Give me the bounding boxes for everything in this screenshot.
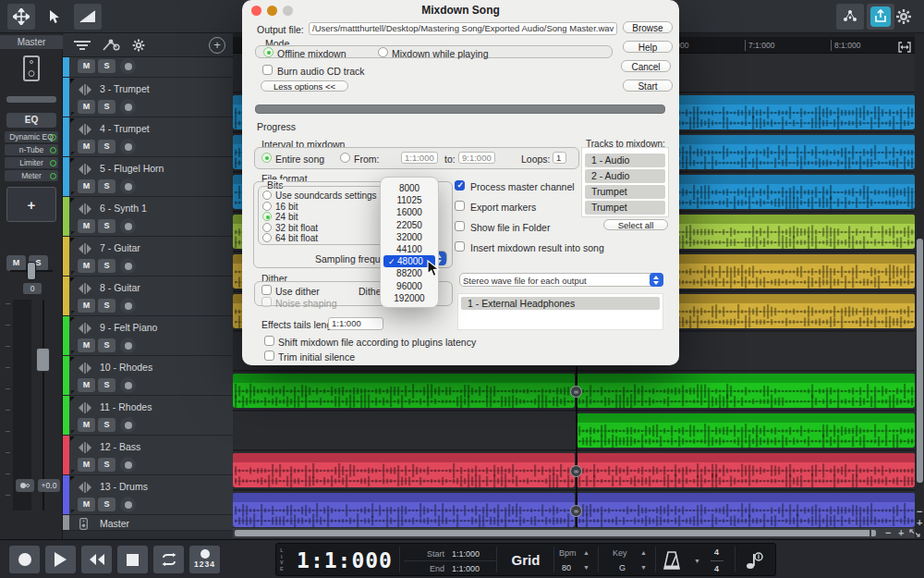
horizontal-scrollbar[interactable]: − + bbox=[233, 528, 915, 538]
checkbox-process-master-channel[interactable] bbox=[455, 180, 465, 191]
audio-clip[interactable] bbox=[577, 493, 915, 527]
mixdown-track-item[interactable]: Trumpet bbox=[585, 185, 665, 199]
audio-clip[interactable] bbox=[577, 413, 915, 448]
sampling-option-8000[interactable]: 8000 bbox=[383, 182, 435, 194]
plugin-slot-n-tube[interactable]: n-Tube bbox=[5, 144, 58, 155]
help-button[interactable]: Help bbox=[623, 41, 673, 53]
track-name[interactable]: 3 - Trumpet bbox=[100, 83, 150, 94]
arm-record-button[interactable] bbox=[120, 298, 136, 314]
settings-gear-button[interactable] bbox=[894, 7, 913, 30]
time-signature-top[interactable]: 4 bbox=[714, 547, 719, 557]
play-button[interactable] bbox=[45, 546, 76, 573]
select-all-button[interactable]: Select all bbox=[603, 219, 668, 230]
track-name[interactable]: 9 - Felt Piano bbox=[100, 322, 157, 333]
loop-button[interactable] bbox=[153, 546, 184, 573]
bpm-value[interactable]: 80 bbox=[562, 563, 571, 572]
plugin-slot-meter[interactable]: Meter bbox=[5, 170, 58, 181]
arm-record-button[interactable] bbox=[120, 497, 136, 512]
to-field[interactable]: 9:1:000 bbox=[458, 152, 495, 164]
solo-button[interactable]: S bbox=[98, 179, 116, 193]
mute-button[interactable]: M bbox=[78, 498, 95, 511]
use-dither-checkbox[interactable] bbox=[261, 285, 272, 295]
lane-11-rhodes[interactable] bbox=[233, 412, 915, 450]
time-signature-bottom[interactable]: 4 bbox=[714, 564, 719, 573]
solo-button[interactable]: S bbox=[98, 100, 116, 114]
from-field[interactable]: 1:1:000 bbox=[401, 152, 438, 164]
vertical-scrollbar[interactable]: − + bbox=[915, 33, 924, 539]
arm-record-button[interactable] bbox=[120, 58, 136, 74]
audio-clip[interactable] bbox=[233, 453, 575, 487]
master-gain-value[interactable]: +0.0 bbox=[38, 479, 60, 492]
add-plugin-button[interactable]: + bbox=[6, 187, 56, 222]
mute-button[interactable]: M bbox=[78, 100, 95, 114]
bpm-up-button[interactable]: ▲ bbox=[583, 549, 590, 556]
tracks-to-mixdown-list[interactable]: 1 - Audio2 - AudioTrumpetTrumpet bbox=[581, 147, 669, 217]
bpm-down-button[interactable]: ▼ bbox=[583, 564, 590, 571]
plugin-power-icon[interactable] bbox=[50, 147, 56, 154]
arm-record-button[interactable] bbox=[120, 218, 136, 234]
mute-button[interactable]: M bbox=[78, 140, 95, 154]
audio-clip[interactable] bbox=[233, 493, 575, 527]
loops-field[interactable]: 1 bbox=[553, 152, 566, 164]
close-window-button[interactable] bbox=[251, 6, 261, 16]
metronome-icon[interactable] bbox=[661, 550, 683, 571]
sampling-option-22050[interactable]: 22050 bbox=[383, 219, 435, 231]
plugin-slot-limiter[interactable]: Limiter bbox=[5, 157, 58, 168]
solo-button[interactable]: S bbox=[98, 458, 116, 472]
track-name[interactable]: 13 - Drums bbox=[100, 481, 148, 492]
zoom-window-button[interactable] bbox=[283, 6, 293, 16]
mute-button[interactable]: M bbox=[78, 458, 95, 472]
time-display[interactable]: 1:1:000 bbox=[293, 547, 396, 574]
start-button[interactable]: Start bbox=[623, 80, 673, 92]
pan-handle[interactable] bbox=[27, 262, 36, 280]
checkbox-show-file-in-folder[interactable] bbox=[455, 221, 465, 231]
mixdown-track-item[interactable]: 2 - Audio bbox=[585, 169, 665, 183]
bit-option-radio-use-soundcards-settings[interactable] bbox=[262, 191, 272, 200]
output-file-field[interactable]: /Users/mattthurtell/Desktop/Mastering So… bbox=[309, 22, 617, 35]
bit-option-radio-32-bit-float[interactable] bbox=[262, 223, 272, 232]
grid-mode-button[interactable]: Grid bbox=[498, 544, 553, 577]
plugin-power-icon[interactable] bbox=[50, 134, 56, 141]
less-options-button[interactable]: Less options << bbox=[261, 80, 348, 92]
solo-button[interactable]: S bbox=[98, 299, 116, 313]
sampling-option-192000[interactable]: 192000 bbox=[383, 292, 435, 304]
solo-button[interactable]: S bbox=[98, 219, 116, 233]
plugin-power-icon[interactable] bbox=[50, 160, 56, 166]
mute-button[interactable]: M bbox=[78, 219, 95, 233]
noise-shaping-checkbox[interactable] bbox=[261, 297, 272, 307]
track-row-partial[interactable]: MS bbox=[63, 57, 233, 78]
entire-song-radio[interactable] bbox=[261, 153, 272, 163]
plugin-rack-button[interactable] bbox=[836, 4, 864, 30]
effects-tails-field[interactable]: 1:1:000 bbox=[328, 317, 383, 330]
checkbox-insert-mixdown-result-into-song[interactable] bbox=[455, 241, 465, 252]
monitor-button[interactable] bbox=[16, 479, 34, 492]
vertical-scroll-handle[interactable] bbox=[917, 239, 923, 483]
arm-record-button[interactable] bbox=[120, 139, 136, 154]
audio-clip[interactable] bbox=[577, 374, 915, 408]
mute-button[interactable]: M bbox=[78, 259, 95, 273]
track-row-6-synth-1[interactable]: 6 - Synth 1MS bbox=[63, 197, 233, 237]
track-name[interactable]: Master bbox=[100, 518, 129, 529]
key-up-button[interactable]: ▲ bbox=[640, 549, 647, 556]
track-name[interactable]: 10 - Rhodes bbox=[100, 362, 152, 373]
offline-mixdown-radio[interactable] bbox=[263, 47, 274, 57]
mixdown-while-playing-radio[interactable] bbox=[378, 47, 388, 57]
master-volume-slider[interactable] bbox=[6, 96, 56, 103]
track-row-12-bass[interactable]: 12 - BassMS bbox=[63, 436, 233, 475]
track-row-4-trumpet[interactable]: 4 - TrumpetMS bbox=[63, 117, 233, 157]
track-row-5-flugel-horn[interactable]: 5 - Flugel HornMS bbox=[63, 157, 233, 197]
mute-button[interactable]: M bbox=[78, 179, 95, 193]
solo-button[interactable]: S bbox=[98, 59, 116, 73]
sampling-option-32000[interactable]: 32000 bbox=[383, 231, 435, 243]
vzoom-in-button[interactable]: + bbox=[917, 518, 922, 527]
arm-record-button[interactable] bbox=[120, 338, 136, 353]
from-radio[interactable] bbox=[340, 153, 350, 163]
master-mute-button[interactable]: M bbox=[6, 255, 26, 271]
share-button[interactable] bbox=[867, 4, 894, 30]
plugin-power-icon[interactable] bbox=[50, 173, 56, 179]
cancel-button[interactable]: Cancel bbox=[621, 60, 671, 72]
solo-button[interactable]: S bbox=[98, 418, 116, 432]
end-value[interactable]: 1:1:000 bbox=[452, 564, 480, 573]
browse-button[interactable]: Browse bbox=[623, 21, 673, 33]
output-mode-select[interactable]: Stereo wave file for each output bbox=[459, 273, 663, 287]
